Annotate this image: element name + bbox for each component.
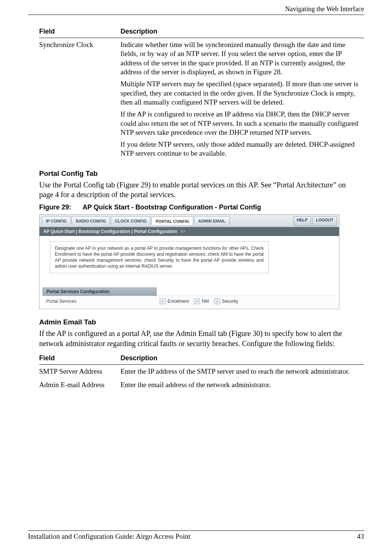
desc-para: If you delete NTP servers, only those ad… xyxy=(120,140,361,158)
field-name: Admin E-mail Address xyxy=(39,378,120,392)
portal-services-row: Portal Services ✓ Enrollment ✓ NM ✓ Secu… xyxy=(43,296,336,308)
page-number: 43 xyxy=(357,532,364,541)
breadcrumb: AP Quick-Start | Bootstrap Configuration… xyxy=(40,227,339,236)
footer-rule xyxy=(28,530,364,531)
table-row: Admin E-mail Address Enter the email add… xyxy=(39,378,364,392)
tab-admin-email[interactable]: ADMIN EMAIL xyxy=(194,216,229,224)
col-desc: Description xyxy=(120,25,364,38)
col-field: Field xyxy=(39,25,120,38)
checkbox-security[interactable]: ✓ Security xyxy=(214,298,238,304)
col-desc: Description xyxy=(120,352,364,365)
tab-portal-config[interactable]: PORTAL CONFIG xyxy=(151,217,193,225)
figure-caption: Figure 29: AP Quick Start - Bootstrap Co… xyxy=(39,203,364,211)
checkbox-label: NM xyxy=(202,299,209,304)
field-desc: Enter the email address of the network a… xyxy=(120,378,364,392)
heading-portal-config: Portal Config Tab xyxy=(39,169,364,178)
body-portal-config: Use the Portal Config tab (Figure 29) to… xyxy=(39,180,364,200)
tab-ip-config[interactable]: IP CONFIG xyxy=(42,216,71,224)
tab-clock-config[interactable]: CLOCK CONFIG xyxy=(111,216,151,224)
checkbox-nm[interactable]: ✓ NM xyxy=(194,298,209,304)
table-row: SMTP Server Address Enter the IP address… xyxy=(39,365,364,379)
checkbox-label: Enrollment xyxy=(167,299,189,304)
heading-admin-email: Admin Email Tab xyxy=(39,318,364,326)
field-table-sync-clock: Field Description Synchronize Clock Indi… xyxy=(39,25,364,161)
field-desc: Enter the IP address of the SMTP server … xyxy=(120,365,364,379)
check-icon: ✓ xyxy=(194,298,200,304)
desc-para: Indicate whether time will be synchroniz… xyxy=(120,40,361,77)
checkbox-label: Security xyxy=(222,299,238,304)
tab-bar: IP CONFIG RADIO CONFIG CLOCK CONFIG PORT… xyxy=(40,215,339,227)
breadcrumb-arrows-icon: >> xyxy=(180,229,185,234)
col-field: Field xyxy=(39,352,120,365)
field-name: SMTP Server Address xyxy=(39,365,120,379)
running-header: Navigating the Web Interface xyxy=(28,0,364,13)
desc-para: Multiple NTP servers may be specified (s… xyxy=(120,80,361,107)
logout-button[interactable]: LOGOUT xyxy=(313,216,337,226)
help-button[interactable]: HELP xyxy=(294,216,311,226)
check-icon: ✓ xyxy=(214,298,220,304)
portal-services-label: Portal Services xyxy=(46,299,154,304)
footer-title: Installation and Configuration Guide: Ai… xyxy=(28,532,191,541)
section-header-portal-services: Portal Services Configuration xyxy=(43,287,157,296)
figure-title: AP Quick Start - Bootstrap Configuration… xyxy=(82,203,261,211)
body-admin-email: If the AP is configured as a portal AP, … xyxy=(39,329,364,348)
table-row: Synchronize Clock Indicate whether time … xyxy=(39,38,364,161)
figure-number: Figure 29: xyxy=(39,203,81,211)
field-table-admin-email: Field Description SMTP Server Address En… xyxy=(39,352,364,392)
desc-para: If the AP is configured to receive an IP… xyxy=(120,110,361,137)
panel-body: Designate one AP in your network as a po… xyxy=(40,236,339,309)
field-name: Synchronize Clock xyxy=(39,38,120,161)
panel-description: Designate one AP in your network as a po… xyxy=(50,241,269,274)
checkbox-enrollment[interactable]: ✓ Enrollment xyxy=(160,298,189,304)
figure-screenshot: IP CONFIG RADIO CONFIG CLOCK CONFIG PORT… xyxy=(39,214,339,309)
header-rule xyxy=(28,15,364,15)
tab-radio-config[interactable]: RADIO CONFIG xyxy=(72,216,110,224)
check-icon: ✓ xyxy=(160,298,166,304)
field-desc: Indicate whether time will be synchroniz… xyxy=(120,38,364,161)
breadcrumb-text: AP Quick-Start | Bootstrap Configuration… xyxy=(43,229,177,234)
